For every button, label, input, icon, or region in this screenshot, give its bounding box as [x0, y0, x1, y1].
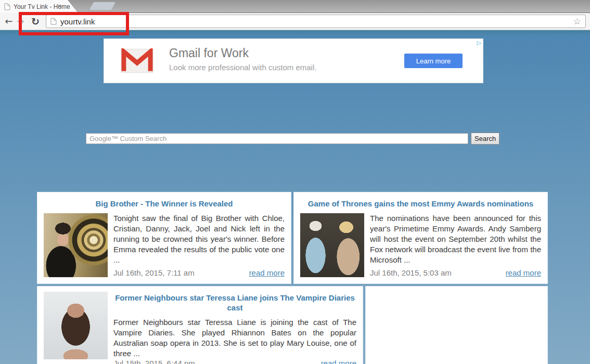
article-image-game-of-thrones[interactable] — [300, 213, 364, 277]
article-title[interactable]: Big Brother - The Winner is Revealed — [44, 199, 285, 209]
article-excerpt: The nominations have been announced for … — [370, 213, 541, 265]
search-input[interactable] — [86, 133, 468, 144]
read-more-link[interactable]: read more — [249, 268, 285, 277]
new-tab-button[interactable] — [89, 2, 116, 10]
article-card: Former Neighbours star Teressa Liane joi… — [37, 287, 363, 364]
learn-more-button[interactable]: Learn more — [404, 54, 463, 68]
article-title[interactable]: Game of Thrones gains the most Emmy Awar… — [300, 199, 541, 209]
read-more-link[interactable]: read more — [321, 359, 356, 364]
page-content: Gmail for Work Look more professional wi… — [0, 30, 590, 364]
browser-tab-bar: Your Tv Link - Home × — [0, 0, 590, 13]
article-image-big-brother[interactable] — [44, 213, 108, 277]
ad-title: Gmail for Work — [169, 46, 249, 60]
article-image-teressa-liane[interactable] — [44, 292, 108, 359]
empty-content-panel — [366, 287, 547, 364]
adchoices-icon[interactable]: ▷ — [477, 40, 481, 46]
ad-subtitle: Look more professional with custom email… — [169, 63, 316, 72]
article-excerpt: Tonight saw the final of Big Brother wit… — [113, 213, 285, 265]
search-button[interactable]: Search — [471, 133, 499, 145]
article-excerpt: Former Neighbours star Teressa Liane is … — [113, 317, 356, 359]
annotation-highlight-box — [19, 12, 129, 35]
bookmark-star-icon[interactable]: ☆ — [573, 16, 581, 27]
url-text[interactable]: yourtv.link — [60, 17, 573, 26]
article-date: Jul 15th, 2015, 6:44 pm — [113, 359, 195, 364]
tab-favicon-page-icon — [4, 3, 10, 10]
article-date: Jul 16th, 2015, 5:03 am — [370, 268, 452, 277]
gmail-logo-icon — [121, 48, 153, 73]
browser-tab[interactable]: Your Tv Link - Home — [0, 0, 79, 13]
article-card: Big Brother - The Winner is Revealed Ton… — [37, 192, 291, 283]
read-more-link[interactable]: read more — [506, 268, 541, 277]
article-card: Game of Thrones gains the most Emmy Awar… — [294, 192, 547, 283]
back-icon[interactable]: ← — [3, 17, 15, 26]
ad-banner[interactable]: Gmail for Work Look more professional wi… — [104, 39, 483, 83]
article-title[interactable]: Former Neighbours star Teressa Liane joi… — [113, 293, 356, 313]
article-date: Jul 16th, 2015, 7:11 am — [113, 268, 195, 277]
close-tab-icon[interactable]: × — [58, 2, 62, 10]
